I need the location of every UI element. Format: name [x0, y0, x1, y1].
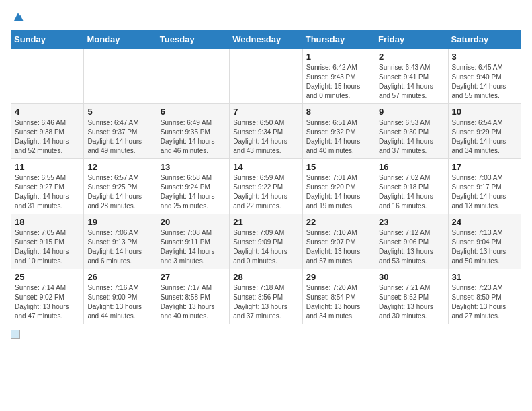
day-number: 12 [87, 162, 152, 172]
day-info: Sunrise: 7:06 AM Sunset: 9:13 PM Dayligh… [87, 228, 152, 266]
day-number: 5 [87, 107, 152, 117]
calendar-cell: 13Sunrise: 6:58 AM Sunset: 9:24 PM Dayli… [157, 159, 229, 214]
calendar-cell: 3Sunrise: 6:45 AM Sunset: 9:40 PM Daylig… [448, 49, 521, 104]
calendar-header-row: SundayMondayTuesdayWednesdayThursdayFrid… [11, 30, 521, 49]
calendar-cell: 22Sunrise: 7:10 AM Sunset: 9:07 PM Dayli… [302, 214, 375, 269]
day-info: Sunrise: 7:14 AM Sunset: 9:02 PM Dayligh… [15, 283, 80, 321]
day-info: Sunrise: 7:10 AM Sunset: 9:07 PM Dayligh… [306, 228, 371, 266]
calendar-cell: 20Sunrise: 7:08 AM Sunset: 9:11 PM Dayli… [157, 214, 229, 269]
calendar-week-1: 1Sunrise: 6:42 AM Sunset: 9:43 PM Daylig… [11, 49, 521, 104]
day-number: 18 [15, 217, 80, 227]
day-of-week-monday: Monday [84, 30, 157, 49]
day-info: Sunrise: 7:23 AM Sunset: 8:50 PM Dayligh… [452, 283, 517, 321]
calendar-cell: 26Sunrise: 7:16 AM Sunset: 9:00 PM Dayli… [84, 269, 157, 324]
day-info: Sunrise: 7:03 AM Sunset: 9:17 PM Dayligh… [452, 173, 517, 211]
day-info: Sunrise: 7:01 AM Sunset: 9:20 PM Dayligh… [306, 173, 371, 211]
calendar-cell: 10Sunrise: 6:54 AM Sunset: 9:29 PM Dayli… [448, 104, 521, 159]
day-number: 21 [233, 217, 298, 227]
day-number: 14 [233, 162, 298, 172]
day-info: Sunrise: 7:09 AM Sunset: 9:09 PM Dayligh… [233, 228, 298, 266]
daylight-legend-box [11, 330, 20, 339]
calendar-cell: 11Sunrise: 6:55 AM Sunset: 9:27 PM Dayli… [11, 159, 84, 214]
footer [11, 330, 521, 339]
calendar-cell: 17Sunrise: 7:03 AM Sunset: 9:17 PM Dayli… [448, 159, 521, 214]
page-header [11, 11, 521, 23]
day-number: 29 [306, 272, 371, 282]
day-number: 27 [161, 272, 226, 282]
day-info: Sunrise: 6:46 AM Sunset: 9:38 PM Dayligh… [15, 118, 80, 156]
day-info: Sunrise: 7:02 AM Sunset: 9:18 PM Dayligh… [379, 173, 444, 211]
day-number: 15 [306, 162, 371, 172]
calendar-cell: 16Sunrise: 7:02 AM Sunset: 9:18 PM Dayli… [375, 159, 448, 214]
calendar-cell: 18Sunrise: 7:05 AM Sunset: 9:15 PM Dayli… [11, 214, 84, 269]
calendar-cell: 6Sunrise: 6:49 AM Sunset: 9:35 PM Daylig… [157, 104, 229, 159]
calendar-week-3: 11Sunrise: 6:55 AM Sunset: 9:27 PM Dayli… [11, 159, 521, 214]
day-of-week-saturday: Saturday [448, 30, 521, 49]
calendar-cell: 9Sunrise: 6:53 AM Sunset: 9:30 PM Daylig… [375, 104, 448, 159]
day-number: 13 [161, 162, 226, 172]
calendar-cell: 7Sunrise: 6:50 AM Sunset: 9:34 PM Daylig… [230, 104, 302, 159]
calendar-table: SundayMondayTuesdayWednesdayThursdayFrid… [11, 30, 521, 324]
calendar-cell: 1Sunrise: 6:42 AM Sunset: 9:43 PM Daylig… [302, 49, 375, 104]
calendar-cell: 15Sunrise: 7:01 AM Sunset: 9:20 PM Dayli… [302, 159, 375, 214]
day-info: Sunrise: 6:45 AM Sunset: 9:40 PM Dayligh… [452, 63, 517, 101]
day-info: Sunrise: 6:50 AM Sunset: 9:34 PM Dayligh… [233, 118, 298, 156]
calendar-cell: 21Sunrise: 7:09 AM Sunset: 9:09 PM Dayli… [230, 214, 302, 269]
calendar-cell: 28Sunrise: 7:18 AM Sunset: 8:56 PM Dayli… [230, 269, 302, 324]
calendar-cell: 25Sunrise: 7:14 AM Sunset: 9:02 PM Dayli… [11, 269, 84, 324]
calendar-cell: 31Sunrise: 7:23 AM Sunset: 8:50 PM Dayli… [448, 269, 521, 324]
calendar-cell: 14Sunrise: 6:59 AM Sunset: 9:22 PM Dayli… [230, 159, 302, 214]
calendar-cell: 27Sunrise: 7:17 AM Sunset: 8:58 PM Dayli… [157, 269, 229, 324]
calendar-cell [157, 49, 229, 104]
calendar-cell: 29Sunrise: 7:20 AM Sunset: 8:54 PM Dayli… [302, 269, 375, 324]
day-info: Sunrise: 7:12 AM Sunset: 9:06 PM Dayligh… [379, 228, 444, 266]
day-number: 2 [379, 52, 444, 62]
day-info: Sunrise: 6:42 AM Sunset: 9:43 PM Dayligh… [306, 63, 371, 101]
day-info: Sunrise: 6:54 AM Sunset: 9:29 PM Dayligh… [452, 118, 517, 156]
calendar-cell [84, 49, 157, 104]
day-info: Sunrise: 6:51 AM Sunset: 9:32 PM Dayligh… [306, 118, 371, 156]
day-number: 1 [306, 52, 371, 62]
day-number: 28 [233, 272, 298, 282]
logo [11, 11, 24, 23]
day-info: Sunrise: 7:13 AM Sunset: 9:04 PM Dayligh… [452, 228, 517, 266]
day-info: Sunrise: 7:16 AM Sunset: 9:00 PM Dayligh… [87, 283, 152, 321]
calendar-cell: 4Sunrise: 6:46 AM Sunset: 9:38 PM Daylig… [11, 104, 84, 159]
day-number: 8 [306, 107, 371, 117]
calendar-cell: 5Sunrise: 6:47 AM Sunset: 9:37 PM Daylig… [84, 104, 157, 159]
day-number: 25 [15, 272, 80, 282]
day-number: 7 [233, 107, 298, 117]
day-number: 6 [161, 107, 226, 117]
day-info: Sunrise: 7:21 AM Sunset: 8:52 PM Dayligh… [379, 283, 444, 321]
logo-icon [12, 11, 24, 23]
calendar-week-4: 18Sunrise: 7:05 AM Sunset: 9:15 PM Dayli… [11, 214, 521, 269]
day-of-week-thursday: Thursday [302, 30, 375, 49]
day-info: Sunrise: 7:20 AM Sunset: 8:54 PM Dayligh… [306, 283, 371, 321]
day-info: Sunrise: 6:47 AM Sunset: 9:37 PM Dayligh… [87, 118, 152, 156]
calendar-cell: 2Sunrise: 6:43 AM Sunset: 9:41 PM Daylig… [375, 49, 448, 104]
day-number: 10 [452, 107, 517, 117]
day-info: Sunrise: 6:58 AM Sunset: 9:24 PM Dayligh… [161, 173, 226, 211]
day-number: 19 [87, 217, 152, 227]
day-number: 24 [452, 217, 517, 227]
calendar-cell [230, 49, 302, 104]
calendar-cell: 23Sunrise: 7:12 AM Sunset: 9:06 PM Dayli… [375, 214, 448, 269]
day-info: Sunrise: 6:53 AM Sunset: 9:30 PM Dayligh… [379, 118, 444, 156]
day-number: 4 [15, 107, 80, 117]
day-number: 26 [87, 272, 152, 282]
day-info: Sunrise: 7:18 AM Sunset: 8:56 PM Dayligh… [233, 283, 298, 321]
day-number: 16 [379, 162, 444, 172]
calendar-week-5: 25Sunrise: 7:14 AM Sunset: 9:02 PM Dayli… [11, 269, 521, 324]
day-info: Sunrise: 7:17 AM Sunset: 8:58 PM Dayligh… [161, 283, 226, 321]
day-info: Sunrise: 6:59 AM Sunset: 9:22 PM Dayligh… [233, 173, 298, 211]
calendar-cell: 8Sunrise: 6:51 AM Sunset: 9:32 PM Daylig… [302, 104, 375, 159]
calendar-week-2: 4Sunrise: 6:46 AM Sunset: 9:38 PM Daylig… [11, 104, 521, 159]
day-number: 20 [161, 217, 226, 227]
day-info: Sunrise: 6:49 AM Sunset: 9:35 PM Dayligh… [161, 118, 226, 156]
day-number: 3 [452, 52, 517, 62]
day-info: Sunrise: 7:05 AM Sunset: 9:15 PM Dayligh… [15, 228, 80, 266]
day-of-week-wednesday: Wednesday [230, 30, 302, 49]
calendar-cell: 12Sunrise: 6:57 AM Sunset: 9:25 PM Dayli… [84, 159, 157, 214]
calendar-cell: 19Sunrise: 7:06 AM Sunset: 9:13 PM Dayli… [84, 214, 157, 269]
day-number: 31 [452, 272, 517, 282]
